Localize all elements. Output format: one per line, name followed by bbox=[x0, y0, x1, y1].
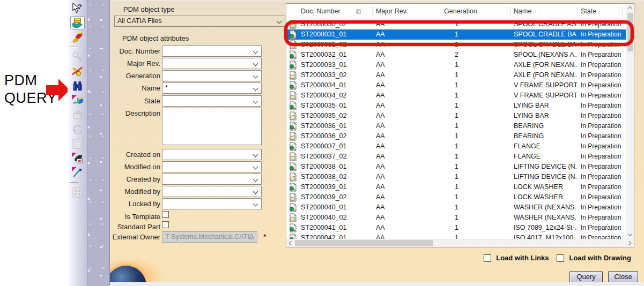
column-header-generation[interactable]: Generation bbox=[444, 7, 477, 15]
table-row[interactable]: ST2000037_01AA1FLANGEIn Preparation bbox=[286, 141, 626, 152]
doc-number-combo[interactable] bbox=[162, 46, 262, 57]
name-cell: V FRAME SUPPORT bbox=[514, 91, 577, 101]
table-row[interactable]: ST2000039_01AA1LOCK WASHERIn Preparation bbox=[286, 182, 626, 192]
horizontal-scroll-thumb[interactable] bbox=[295, 240, 433, 246]
column-header-doc-number[interactable]: Doc. Number bbox=[301, 7, 340, 15]
scroll-right-button[interactable] bbox=[626, 239, 634, 247]
pdm-object-type-select[interactable]: All CATIA Files bbox=[114, 16, 285, 27]
expand-arrows-icon bbox=[70, 186, 85, 199]
state-cell: In Preparation bbox=[581, 29, 621, 40]
doc-number-cell: ST2000032_01 bbox=[301, 50, 347, 60]
chevron-down-icon bbox=[253, 86, 258, 91]
major-rev--combo[interactable] bbox=[162, 58, 262, 69]
modified-on-combo[interactable] bbox=[162, 161, 262, 172]
table-row[interactable]: ST2000034_01AA1V FRAME SUPPORTIn Prepara… bbox=[286, 80, 626, 91]
part-doc-icon bbox=[288, 50, 298, 59]
modified-by-combo[interactable] bbox=[162, 186, 262, 197]
table-row[interactable]: ST2000036_02AA1BEARINGIn Preparation bbox=[286, 131, 626, 141]
open-from-pdm-icon[interactable] bbox=[70, 16, 85, 29]
field-label-description: Description bbox=[110, 109, 160, 117]
chevron-down-icon bbox=[253, 177, 258, 182]
required-asterisk: * bbox=[263, 232, 266, 241]
column-header-state[interactable]: State bbox=[581, 7, 596, 15]
state-cell: In Preparation bbox=[581, 111, 621, 121]
horizontal-scrollbar[interactable] bbox=[286, 239, 634, 247]
table-row[interactable]: ST2000041_01AA1ISO 7089_12x24-St-...In P… bbox=[286, 223, 626, 233]
table-row[interactable]: ST2000039_02AA1LOCK WASHERIn Preparation bbox=[286, 192, 626, 202]
load-with-links-checkbox[interactable] bbox=[484, 254, 491, 262]
state-cell: In Preparation bbox=[581, 162, 621, 172]
table-row[interactable]: ST2000040_01AA1WASHER (NEXANS...In Prepa… bbox=[286, 202, 626, 213]
generation-cell: 1 bbox=[455, 223, 458, 233]
scroll-up-button[interactable] bbox=[626, 4, 634, 12]
table-row[interactable]: ST2000040_02AA1WASHER (NEXANS...In Prepa… bbox=[286, 213, 626, 223]
field-label-created-on: Created on bbox=[110, 150, 160, 159]
table-row[interactable]: ST2000038_01AA1LIFTING DEVICE (N...In Pr… bbox=[286, 162, 626, 172]
select-help-icon[interactable]: ? bbox=[70, 2, 85, 15]
major-rev-cell: AA bbox=[376, 40, 385, 50]
transfer-swoosh-icon[interactable] bbox=[70, 166, 85, 179]
table-row[interactable]: ST2000042_01AA1ISO 4017_M12x100In Prepar… bbox=[286, 233, 626, 239]
created-on-combo[interactable] bbox=[162, 149, 262, 160]
state-cell: In Preparation bbox=[581, 152, 621, 162]
name-cell: ISO 4017_M12x100 bbox=[514, 233, 577, 239]
refresh-icon bbox=[70, 123, 85, 136]
table-row[interactable]: ST2000034_02AA1V FRAME SUPPORTIn Prepara… bbox=[286, 91, 626, 101]
state-cell: In Preparation bbox=[581, 80, 621, 91]
cancel-checkout-key-icon[interactable] bbox=[70, 65, 85, 78]
chevron-down-icon bbox=[253, 73, 258, 79]
generation-combo[interactable] bbox=[162, 70, 262, 81]
name-combo[interactable]: * bbox=[162, 82, 262, 94]
part-doc-icon bbox=[288, 61, 298, 70]
query-button[interactable]: Query bbox=[569, 271, 603, 282]
table-row[interactable]: ST2000035_02AA1LYING BARIn Preparation bbox=[286, 111, 626, 121]
state-cell: In Preparation bbox=[581, 141, 621, 152]
insert-from-pdm-icon[interactable] bbox=[70, 94, 85, 107]
vertical-scroll-thumb[interactable] bbox=[627, 13, 633, 51]
state-cell: In Preparation bbox=[581, 70, 621, 80]
table-row[interactable]: ST2000036_01AA1BEARINGIn Preparation bbox=[286, 121, 626, 131]
close-button[interactable]: Close bbox=[608, 271, 638, 282]
major-rev-cell: AA bbox=[376, 19, 385, 29]
table-row[interactable]: ST2000030_02AA1SPOOL CRADLE AS...In Prep… bbox=[286, 19, 626, 29]
scroll-down-button[interactable] bbox=[626, 231, 634, 239]
table-row[interactable]: ST2000037_02AA1FLANGEIn Preparation bbox=[286, 152, 626, 162]
is-template-checkbox[interactable] bbox=[162, 211, 169, 218]
column-header-major-rev-[interactable]: Major Rev. bbox=[376, 7, 408, 15]
name-cell: ISO 7089_12x24-St-... bbox=[514, 223, 577, 233]
svg-text:?: ? bbox=[77, 3, 82, 11]
column-header-name[interactable]: Name bbox=[514, 7, 531, 15]
table-row[interactable]: ST2000038_02AA1LIFTING DEVICE (N...In Pr… bbox=[286, 172, 626, 182]
table-row[interactable]: ST2000033_02AA1AXLE (FOR NEXAN...In Prep… bbox=[286, 70, 626, 80]
table-row[interactable]: ST2000031_02AA1SPOOL CRADLE BA...In Prep… bbox=[286, 40, 626, 50]
table-row[interactable]: ST2000035_01AA1LYING BARIn Preparation bbox=[286, 101, 626, 111]
table-row[interactable]: ST2000032_01AA2SPOOL (NEXANS A...In Prep… bbox=[286, 50, 626, 60]
results-table-body: ST2000030_02AA1SPOOL CRADLE AS...In Prep… bbox=[286, 19, 626, 239]
load-with-drawing-checkbox[interactable] bbox=[557, 254, 564, 262]
locked-by-combo[interactable] bbox=[162, 198, 262, 209]
table-row[interactable]: ST2000033_01AA1AXLE (FOR NEXAN...In Prep… bbox=[286, 60, 626, 70]
state-cell: In Preparation bbox=[581, 172, 621, 182]
major-rev-cell: AA bbox=[376, 213, 385, 223]
chevron-down-icon bbox=[253, 49, 258, 54]
name-cell: AXLE (FOR NEXAN... bbox=[514, 70, 577, 80]
name-cell: WASHER (NEXANS... bbox=[514, 202, 577, 213]
major-rev-cell: AA bbox=[376, 172, 385, 182]
document-wizard-icon[interactable] bbox=[70, 152, 85, 165]
scroll-left-button[interactable] bbox=[286, 239, 294, 247]
major-rev-cell: AA bbox=[376, 60, 385, 70]
created-by-combo[interactable] bbox=[162, 174, 262, 185]
table-row-selected[interactable]: ST2000031_01AA1SPOOL CRADLE BA...In Prep… bbox=[286, 29, 626, 40]
pdm-query-binoculars-icon[interactable] bbox=[70, 79, 85, 93]
chevron-down-icon bbox=[277, 19, 282, 24]
major-rev-cell: AA bbox=[376, 80, 385, 91]
doc-number-cell: ST2000039_01 bbox=[301, 182, 347, 192]
save-in-pdm-icon[interactable] bbox=[70, 31, 85, 44]
standard-part-checkbox[interactable] bbox=[162, 221, 169, 228]
state-combo[interactable] bbox=[162, 95, 262, 107]
doc-number-cell: ST2000031_01 bbox=[301, 29, 347, 40]
description-textarea[interactable] bbox=[162, 108, 262, 145]
vertical-scrollbar[interactable] bbox=[626, 4, 634, 239]
major-rev-cell: AA bbox=[376, 233, 385, 239]
name-cell: SPOOL (NEXANS A... bbox=[514, 50, 577, 60]
